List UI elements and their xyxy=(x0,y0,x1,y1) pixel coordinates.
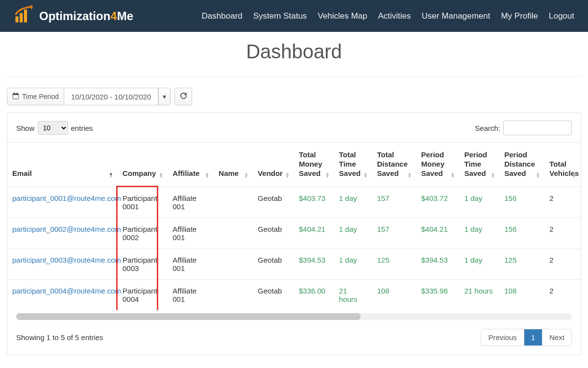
cell-vendor: Geotab xyxy=(253,187,294,218)
col-vendor[interactable]: Vendor▲▼ xyxy=(253,143,294,187)
cell-period-money-saved: $404.21 xyxy=(416,218,460,249)
cell-email: participant_0001@route4me.com xyxy=(7,187,118,218)
time-period-button[interactable]: Time Period xyxy=(7,88,64,105)
cell-total-vehicles: 2 xyxy=(544,249,581,280)
cell-affiliate: Affiliate 001 xyxy=(168,218,214,249)
table-row: participant_0001@route4me.comParticipant… xyxy=(7,187,581,218)
cell-email: participant_0003@route4me.com xyxy=(7,249,118,280)
horizontal-scrollbar[interactable] xyxy=(16,313,572,320)
cell-total-time-saved: 21 hours xyxy=(334,280,372,311)
cell-period-time-saved: 1 day xyxy=(459,187,499,218)
cell-total-distance-saved: 125 xyxy=(372,249,416,280)
cell-total-distance-saved: 157 xyxy=(372,187,416,218)
sort-icon: ▲▼ xyxy=(205,172,211,178)
brand[interactable]: Optimization4Me xyxy=(14,4,133,28)
brand-text: Optimization4Me xyxy=(39,9,133,23)
col-total-money-saved[interactable]: Total Money Saved▲▼ xyxy=(294,143,334,187)
col-period-money-saved[interactable]: Period Money Saved▲▼ xyxy=(416,143,460,187)
cell-name xyxy=(214,280,253,311)
date-range-input[interactable]: 10/10/2020 - 10/10/2020 xyxy=(64,88,158,105)
cell-total-money-saved: $394.53 xyxy=(294,249,334,280)
col-total-time-saved[interactable]: Total Time Saved▲▼ xyxy=(334,143,372,187)
navbar: Optimization4Me Dashboard System Status … xyxy=(0,0,588,32)
length-control: Show 10 entries xyxy=(16,121,93,135)
search-control: Search: xyxy=(475,121,572,135)
pager: Previous 1 Next xyxy=(481,329,572,346)
col-name[interactable]: Name▲▼ xyxy=(214,143,253,187)
sort-icon: ▲▼ xyxy=(536,172,541,178)
cell-company: Participant 0001 xyxy=(118,187,168,218)
sort-icon: ▲▼ xyxy=(364,172,369,178)
date-range-dropdown-button[interactable]: ▾ xyxy=(158,88,171,105)
cell-period-money-saved: $335.98 xyxy=(416,280,460,311)
cell-name xyxy=(214,187,253,218)
refresh-button[interactable] xyxy=(174,88,192,105)
cell-period-money-saved: $394.53 xyxy=(416,249,460,280)
cell-name xyxy=(214,249,253,280)
nav-logout[interactable]: Logout xyxy=(549,11,574,21)
pager-page-1[interactable]: 1 xyxy=(524,329,542,345)
toolbar: Time Period 10/10/2020 - 10/10/2020 ▾ xyxy=(7,88,581,105)
refresh-icon xyxy=(180,92,187,101)
nav-links: Dashboard System Status Vehicles Map Act… xyxy=(202,11,574,21)
nav-system-status[interactable]: System Status xyxy=(253,11,307,21)
nav-dashboard[interactable]: Dashboard xyxy=(202,11,243,21)
cell-name xyxy=(214,218,253,249)
cell-period-distance-saved: 108 xyxy=(499,280,544,311)
cell-affiliate: Affiliate 001 xyxy=(168,280,214,311)
email-link[interactable]: participant_0003@route4me.com xyxy=(12,256,121,264)
cell-period-time-saved: 1 day xyxy=(459,218,499,249)
cell-email: participant_0004@route4me.com xyxy=(7,280,118,311)
cell-total-vehicles: 2 xyxy=(544,187,581,218)
nav-my-profile[interactable]: My Profile xyxy=(501,11,538,21)
cell-total-distance-saved: 108 xyxy=(372,280,416,311)
svg-marker-3 xyxy=(29,6,33,9)
cell-period-time-saved: 1 day xyxy=(459,249,499,280)
email-link[interactable]: participant_0001@route4me.com xyxy=(12,194,121,202)
cell-period-time-saved: 21 hours xyxy=(459,280,499,311)
brand-icon xyxy=(14,4,34,28)
search-input[interactable] xyxy=(503,121,572,135)
col-email[interactable]: Email▲▼ xyxy=(7,143,118,187)
col-affiliate[interactable]: Affiliate▲▼ xyxy=(168,143,214,187)
nav-user-management[interactable]: User Management xyxy=(422,11,490,21)
cell-total-time-saved: 1 day xyxy=(334,249,372,280)
email-link[interactable]: participant_0002@route4me.com xyxy=(12,225,121,233)
svg-rect-2 xyxy=(24,9,27,22)
sort-icon: ▲▼ xyxy=(450,172,456,178)
svg-rect-5 xyxy=(13,94,19,95)
table-row: participant_0003@route4me.comParticipant… xyxy=(7,249,581,280)
sort-icon: ▲▼ xyxy=(325,172,331,178)
cell-total-vehicles: 2 xyxy=(544,280,581,311)
pager-previous[interactable]: Previous xyxy=(481,329,523,345)
cell-vendor: Geotab xyxy=(253,280,294,311)
col-period-distance-saved[interactable]: Period Distance Saved▲▼ xyxy=(499,143,544,187)
cell-total-time-saved: 1 day xyxy=(334,218,372,249)
cell-total-money-saved: $403.73 xyxy=(294,187,334,218)
scrollbar-thumb[interactable] xyxy=(16,313,361,320)
svg-rect-7 xyxy=(17,93,18,94)
email-link[interactable]: participant_0004@route4me.com xyxy=(12,287,121,295)
col-period-time-saved[interactable]: Period Time Saved▲▼ xyxy=(459,143,499,187)
nav-activities[interactable]: Activities xyxy=(378,11,411,21)
datatable-card: Show 10 entries Search: E xyxy=(7,112,581,355)
length-show-label: Show xyxy=(16,124,35,132)
cell-period-money-saved: $403.72 xyxy=(416,187,460,218)
cell-affiliate: Affiliate 001 xyxy=(168,249,214,280)
sort-icon: ▲▼ xyxy=(572,172,578,178)
pager-next[interactable]: Next xyxy=(542,329,571,345)
table-wrap: Email▲▼ Company▲▼ Affiliate▲▼ Name▲▼ Ven… xyxy=(7,142,581,310)
col-company[interactable]: Company▲▼ xyxy=(118,143,168,187)
nav-vehicles-map[interactable]: Vehicles Map xyxy=(318,11,367,21)
sort-icon: ▲▼ xyxy=(109,172,115,178)
cell-vendor: Geotab xyxy=(253,249,294,280)
table-info: Showing 1 to 5 of 5 entries xyxy=(16,333,103,342)
length-select[interactable]: 10 xyxy=(38,121,68,135)
search-label: Search: xyxy=(475,124,500,132)
participants-table: Email▲▼ Company▲▼ Affiliate▲▼ Name▲▼ Ven… xyxy=(7,143,581,310)
cell-total-time-saved: 1 day xyxy=(334,187,372,218)
cell-total-money-saved: $336.00 xyxy=(294,280,334,311)
col-total-vehicles[interactable]: Total Vehicles▲▼ xyxy=(544,143,581,187)
sort-icon: ▲▼ xyxy=(490,172,496,178)
col-total-distance-saved[interactable]: Total Distance Saved▲▼ xyxy=(372,143,416,187)
